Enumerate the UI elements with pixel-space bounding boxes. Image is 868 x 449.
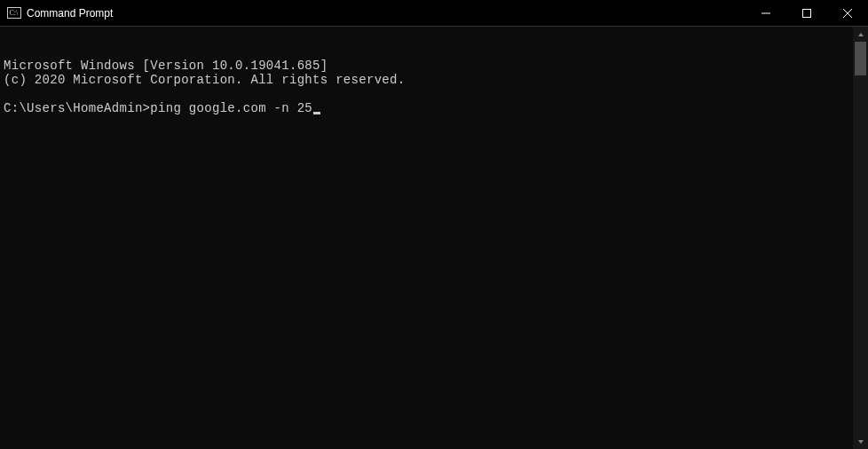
window-titlebar[interactable]: C:\ Command Prompt <box>0 0 868 27</box>
terminal-prompt: C:\Users\HomeAdmin> <box>4 101 150 115</box>
window-controls <box>746 0 868 26</box>
scrollbar-thumb[interactable] <box>855 42 866 75</box>
text-cursor <box>313 112 320 114</box>
scrollbar-down-arrow-icon[interactable] <box>853 434 868 449</box>
svg-text:C:\: C:\ <box>10 9 20 17</box>
scrollbar-up-arrow-icon[interactable] <box>853 27 868 42</box>
scrollbar-track[interactable] <box>853 42 868 434</box>
terminal-line-copyright: (c) 2020 Microsoft Corporation. All righ… <box>4 73 405 87</box>
vertical-scrollbar[interactable] <box>853 27 868 449</box>
minimize-button[interactable] <box>746 0 786 26</box>
titlebar-left: C:\ Command Prompt <box>7 6 113 20</box>
close-button[interactable] <box>827 0 868 26</box>
maximize-button[interactable] <box>786 0 827 26</box>
command-prompt-icon: C:\ <box>7 6 21 20</box>
terminal-content: Microsoft Windows [Version 10.0.19041.68… <box>4 59 848 449</box>
window-title: Command Prompt <box>27 7 113 20</box>
terminal-line-version: Microsoft Windows [Version 10.0.19041.68… <box>4 59 327 73</box>
terminal-body[interactable]: Microsoft Windows [Version 10.0.19041.68… <box>0 27 868 449</box>
terminal-command: ping google.com -n 25 <box>150 101 312 115</box>
svg-rect-3 <box>803 9 811 17</box>
